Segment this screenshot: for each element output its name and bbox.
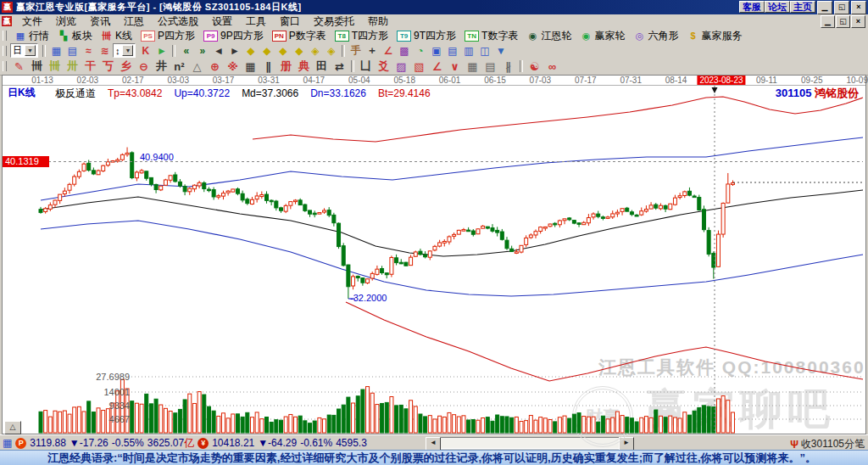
draw-gann-grid-b-icon[interactable]: 卅	[64, 59, 81, 74]
toolbar-button-六角形[interactable]: ◎六角形	[629, 29, 682, 42]
titlebar-link-2[interactable]: 论坛	[765, 1, 790, 13]
nav-gann-diamond-4-icon[interactable]: ◆	[291, 44, 307, 58]
menu-设置[interactable]: 设置	[205, 14, 239, 29]
toolbar-grip[interactable]	[3, 61, 7, 71]
toolbar-button-9T四方形[interactable]: T99T四方形	[392, 29, 460, 42]
nav-trend-9-icon[interactable]: ≋	[97, 44, 113, 58]
nav-angle-tool-icon[interactable]: ∠	[380, 44, 396, 58]
nav-first-page-icon[interactable]: «	[178, 44, 194, 58]
draw-parallel-icon[interactable]: ∥	[259, 59, 277, 74]
scroll-left-arrow[interactable]: ◄	[426, 437, 441, 451]
draw-channel-icon[interactable]: 凵	[357, 59, 375, 74]
toolbar-button-9P四方形[interactable]: P99P四方形	[199, 29, 268, 42]
nav-gann-diamond-3-icon[interactable]: ◆	[275, 44, 291, 58]
nav-calendar-icon[interactable]: ▣	[428, 44, 444, 58]
menu-交易委托[interactable]: 交易委托	[307, 14, 361, 29]
draw-gann-line-icon[interactable]: 干	[81, 59, 99, 74]
toolbar-button-K线[interactable]: 卌K线	[97, 29, 136, 42]
titlebar-link-3[interactable]: 主页	[790, 1, 815, 13]
nav-info-panel-icon[interactable]: ▤	[64, 44, 81, 58]
draw-box-grid-icon[interactable]: 田	[313, 59, 331, 74]
minimize-button[interactable]: ▁	[817, 1, 832, 14]
nav-trend-2-icon[interactable]: ≈	[81, 44, 97, 58]
mdi-restore-button[interactable]: ◱	[836, 15, 850, 28]
toolbar-button-P四方形[interactable]: PSP四方形	[136, 29, 199, 42]
toolbar-grip[interactable]	[3, 31, 7, 41]
draw-band-b-icon[interactable]: 典	[295, 59, 313, 74]
draw-target-icon[interactable]: ⊕	[206, 59, 224, 74]
volume-pane-toggle[interactable]: △	[4, 421, 21, 434]
draw-arc-icon[interactable]: 丂	[99, 59, 117, 74]
market-grid-icon[interactable]: ▦	[3, 437, 12, 449]
mdi-minimize-button[interactable]: ▁	[821, 15, 835, 28]
menu-窗口[interactable]: 窗口	[273, 14, 307, 29]
candlestick-plot[interactable]	[3, 76, 867, 435]
draw-infinity-icon[interactable]: ∞	[543, 59, 561, 74]
toolbar-button-赢家轮[interactable]: ◉赢家轮	[576, 29, 629, 42]
menu-文件[interactable]: 文件	[15, 14, 49, 29]
draw-shade-a-icon[interactable]: ▨	[392, 59, 410, 74]
kline-chart-area[interactable]: 01-1302-0302-1703-0303-1703-3104-1705-04…	[2, 75, 866, 434]
menu-公式选股[interactable]: 公式选股	[151, 14, 205, 29]
toolbar-button-行情[interactable]: ▦行情	[10, 29, 53, 42]
mdi-close-button[interactable]: ×	[851, 15, 865, 28]
nav-scale-selector[interactable]: ↕▼	[113, 43, 136, 58]
draw-taiji-icon[interactable]: ☯	[526, 59, 543, 74]
draw-circle-tool-icon[interactable]: ⊖	[135, 59, 153, 74]
nav-save-icon[interactable]: ◫	[476, 44, 492, 58]
draw-angle-line-icon[interactable]: ∠	[428, 59, 446, 74]
menu-帮助[interactable]: 帮助	[361, 14, 395, 29]
nav-gann-diamond-1-icon[interactable]: ◆	[242, 44, 259, 58]
draw-band-a-icon[interactable]: 册	[277, 59, 295, 74]
menu-江恩[interactable]: 江恩	[117, 14, 151, 29]
draw-rays-icon[interactable]: 爻	[375, 59, 392, 74]
nav-play-icon[interactable]: ►	[153, 44, 170, 58]
titlebar-link-1[interactable]: 客服	[739, 1, 765, 13]
draw-vee-icon[interactable]: ∨	[446, 59, 464, 74]
menu-工具[interactable]: 工具	[239, 14, 273, 29]
nav-time-cycle-icon[interactable]: ◔	[412, 44, 428, 58]
draw-triangle-icon[interactable]: △	[188, 59, 206, 74]
nav-gann-diamond-2-icon[interactable]: ◆	[259, 44, 275, 58]
toolbar-button-赢家服务[interactable]: $赢家服务	[682, 29, 746, 42]
draw-net-icon[interactable]: ▦	[464, 59, 481, 74]
toolbar-button-板块[interactable]: ▚板块	[53, 29, 97, 42]
nav-layout-icon[interactable]: ▦	[48, 44, 64, 58]
draw-gann-grid-a-icon[interactable]: 卌	[46, 59, 64, 74]
nav-calculator-icon[interactable]: ▤	[444, 44, 460, 58]
nav-grid-tool-icon[interactable]: ▩	[396, 44, 412, 58]
draw-gann-fan-icon[interactable]: 卌	[28, 59, 46, 74]
draw-shade-b-icon[interactable]: ▧	[410, 59, 428, 74]
draw-matrix-icon[interactable]: ▦	[242, 59, 259, 74]
menu-资讯[interactable]: 资讯	[83, 14, 117, 29]
draw-rows-icon[interactable]: ▤	[481, 59, 499, 74]
draw-square-numbers-icon[interactable]: n²	[170, 59, 188, 74]
nav-crosshair-tool-icon[interactable]: ＋	[364, 44, 380, 58]
nav-gann-diamond-5-icon[interactable]: ◈	[307, 44, 323, 58]
restore-button[interactable]: ◱	[834, 1, 849, 14]
titlebar[interactable]: 赢 赢家江恩专业版[赢家服务平台] - [鸿铭股份 SZ301105-184日K…	[0, 0, 868, 14]
toolbar-grip[interactable]	[3, 46, 7, 56]
nav-period-selector[interactable]: 日▼	[10, 43, 38, 58]
draw-star-rays-icon[interactable]: ※	[224, 59, 242, 74]
nav-hand-tool-icon[interactable]: 手	[348, 44, 364, 58]
separator	[42, 45, 46, 57]
draw-hash-grid-icon[interactable]: 井	[153, 59, 170, 74]
toolbar-button-P数字表[interactable]: PNP数字表	[268, 29, 331, 42]
nav-next-icon[interactable]: ►	[226, 44, 242, 58]
draw-pen-icon[interactable]: ✎	[10, 59, 28, 74]
draw-slashes-icon[interactable]: ∦	[499, 59, 517, 74]
nav-notes-icon[interactable]: ▥	[460, 44, 476, 58]
toolbar-button-T四方形[interactable]: T8T四方形	[331, 29, 392, 42]
nav-kline-style-icon[interactable]: K	[137, 44, 153, 58]
nav-last-page-icon[interactable]: »	[194, 44, 210, 58]
nav-prev-icon[interactable]: ◄	[210, 44, 226, 58]
close-button[interactable]: ×	[851, 1, 866, 14]
menu-浏览[interactable]: 浏览	[49, 14, 83, 29]
nav-gann-diamond-6-icon[interactable]: ◈	[323, 44, 339, 58]
toolbar-button-T数字表[interactable]: TNT数字表	[460, 29, 522, 42]
toolbar-button-江恩轮[interactable]: ◉江恩轮	[522, 29, 576, 42]
draw-fan-lines-icon[interactable]: 乡	[117, 59, 135, 74]
nav-export-icon[interactable]: ▼	[492, 44, 509, 58]
draw-swap-icon[interactable]: ⇄	[331, 59, 348, 74]
